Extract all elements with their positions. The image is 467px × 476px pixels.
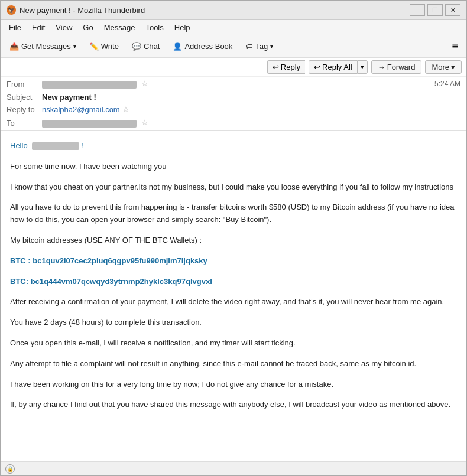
greeting-name-redacted — [32, 142, 79, 150]
body-para4: My bitcoin addresses (USE ANY OF THE BTC… — [10, 234, 457, 247]
reply-all-icon: ↩ — [314, 63, 320, 71]
tag-button[interactable]: 🏷 Tag ▾ — [240, 39, 278, 54]
from-value: ☆ — [42, 79, 434, 88]
body-para10: If, by any chance I find out that you ha… — [10, 399, 457, 411]
menu-tools[interactable]: Tools — [141, 21, 168, 34]
menu-file[interactable]: File — [4, 21, 26, 34]
header-actions-row: ↩ Reply ↩ Reply All ▾ → Forward More ▾ — [1, 58, 466, 77]
chat-button[interactable]: 💬 Chat — [127, 39, 165, 54]
write-icon: ✏️ — [89, 42, 99, 51]
body-para2: I know that you cheat on your partner.It… — [10, 181, 457, 194]
main-window: 🦅 New payment ! - Mozilla Thunderbird — … — [0, 0, 467, 476]
window-controls: — ☐ ✕ — [410, 4, 460, 16]
status-bar: 🔒 — [1, 461, 466, 475]
to-label: To — [7, 119, 42, 128]
address-book-label: Address Book — [184, 42, 232, 51]
forward-button[interactable]: → Forward — [371, 60, 422, 74]
reply-all-button[interactable]: ↩ Reply All — [309, 60, 357, 74]
menu-help[interactable]: Help — [170, 21, 195, 34]
security-icon: 🔒 — [5, 464, 15, 474]
from-redacted — [42, 81, 137, 89]
menu-edit[interactable]: Edit — [27, 21, 50, 34]
menu-bar: File Edit View Go Message Tools Help — [1, 20, 466, 35]
app-icon: 🦅 — [7, 5, 16, 15]
to-row: To ☆ — [1, 116, 466, 130]
body-para1: For some time now, I have been watching … — [10, 161, 457, 173]
address-book-button[interactable]: 👤 Address Book — [167, 39, 238, 54]
minimize-button[interactable]: — — [410, 4, 425, 16]
body-para3: All you have to do to prevent this from … — [10, 201, 457, 226]
get-messages-icon: 📥 — [9, 42, 19, 51]
reply-to-label: Reply to — [7, 105, 42, 114]
write-label: Write — [101, 42, 119, 51]
to-star-icon[interactable]: ☆ — [141, 118, 148, 127]
forward-icon: → — [378, 63, 385, 71]
hamburger-menu[interactable]: ≡ — [447, 38, 463, 55]
greeting-line: Hello ! — [10, 140, 457, 152]
more-button[interactable]: More ▾ — [425, 60, 462, 74]
chat-icon: 💬 — [132, 42, 141, 51]
tag-label: Tag — [255, 42, 268, 51]
btc-address-2: BTC: bc1q444vm07qcwqyd3ytrnmp2hyklc3kq97… — [10, 276, 457, 288]
menu-message[interactable]: Message — [99, 21, 140, 34]
body-para8: Any attempt to file a complaint will not… — [10, 358, 457, 370]
reply-all-dropdown[interactable]: ▾ — [357, 60, 368, 74]
get-messages-dropdown-arrow[interactable]: ▾ — [73, 43, 76, 50]
reply-all-split-button: ↩ Reply All ▾ — [309, 60, 368, 74]
from-label: From — [7, 80, 42, 89]
reply-label: Reply — [281, 63, 300, 71]
subject-value: New payment ! — [42, 93, 96, 102]
menu-view[interactable]: View — [51, 21, 77, 34]
from-star-icon[interactable]: ☆ — [141, 79, 148, 88]
email-body: Hello ! For some time now, I have been w… — [1, 131, 466, 461]
get-messages-label: Get Messages — [21, 42, 71, 51]
body-para6: You have 2 days (48 hours) to complete t… — [10, 317, 457, 329]
chat-label: Chat — [144, 42, 160, 51]
write-button[interactable]: ✏️ Write — [84, 39, 124, 54]
tag-icon: 🏷 — [245, 42, 253, 51]
maximize-button[interactable]: ☐ — [427, 4, 443, 16]
subject-label: Subject — [7, 93, 42, 102]
reply-all-label: Reply All — [322, 63, 352, 71]
close-button[interactable]: ✕ — [445, 4, 460, 16]
body-para5: After receiving a confirmation of your p… — [10, 296, 457, 308]
tag-dropdown-arrow[interactable]: ▾ — [270, 43, 273, 50]
to-value: ☆ — [42, 118, 460, 127]
title-bar-left: 🦅 New payment ! - Mozilla Thunderbird — [7, 5, 145, 15]
reply-to-value[interactable]: nskalpha2@gmail.com — [42, 105, 120, 114]
from-row: From ☆ 5:24 AM — [1, 77, 466, 91]
address-book-icon: 👤 — [173, 42, 182, 51]
reply-button[interactable]: ↩ Reply — [267, 60, 305, 74]
btc-address-1: BTC : bc1quv2l07cec2pluq6qgpv95fu990mjlm… — [10, 255, 457, 268]
reply-split-button: ↩ Reply — [267, 60, 305, 74]
body-para9: I have been working on this for a very l… — [10, 379, 457, 391]
title-bar: 🦅 New payment ! - Mozilla Thunderbird — … — [1, 1, 466, 20]
reply-to-row: Reply to nskalpha2@gmail.com ☆ — [1, 103, 466, 116]
body-para7: Once you open this e-mail, I will receiv… — [10, 337, 457, 350]
toolbar: 📥 Get Messages ▾ ✏️ Write 💬 Chat 👤 Addre… — [1, 35, 466, 58]
get-messages-button[interactable]: 📥 Get Messages ▾ — [4, 39, 82, 54]
subject-row: Subject New payment ! — [1, 91, 466, 103]
forward-label: Forward — [387, 63, 416, 71]
email-time: 5:24 AM — [434, 80, 460, 88]
reply-to-star-icon[interactable]: ☆ — [122, 105, 129, 114]
greeting-text: Hello — [10, 141, 28, 150]
more-dropdown-arrow: ▾ — [451, 63, 455, 71]
more-label: More — [432, 63, 449, 71]
email-header: ↩ Reply ↩ Reply All ▾ → Forward More ▾ — [1, 58, 466, 131]
menu-go[interactable]: Go — [78, 21, 98, 34]
to-redacted — [42, 120, 137, 128]
window-title: New payment ! - Mozilla Thunderbird — [20, 6, 145, 15]
reply-icon: ↩ — [273, 63, 279, 71]
